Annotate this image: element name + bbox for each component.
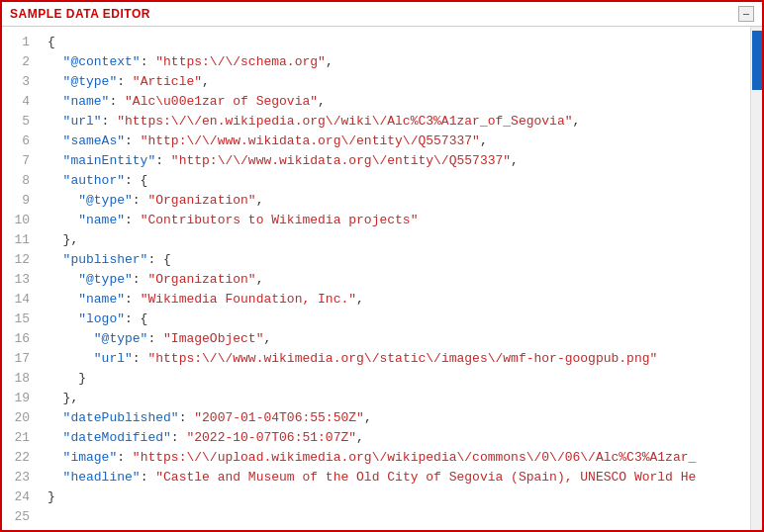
line-number: 13 [2,270,34,290]
line-number: 24 [2,488,34,507]
code-line: "dateModified": "2022-10-07T06:51:07Z", [48,428,750,448]
code-line: }, [48,230,750,250]
line-number: 9 [2,191,34,211]
code-line: { [48,33,750,52]
title-bar: SAMPLE DATA EDITOR — [2,2,762,27]
code-line: "publisher": { [48,250,750,270]
code-line: "datePublished": "2007-01-04T06:55:50Z", [48,408,750,428]
line-number: 6 [2,132,34,151]
code-line: "logo": { [48,310,750,329]
scrollbar[interactable] [750,27,762,530]
editor-area[interactable]: 1234567891011121314151617181920212223242… [2,27,762,530]
line-number: 16 [2,329,34,349]
sample-data-editor-window: SAMPLE DATA EDITOR — 1234567891011121314… [0,0,764,532]
line-number: 12 [2,250,34,270]
code-line: }, [48,389,750,408]
code-line: "url": "https:\/\/en.wikipedia.org\/wiki… [48,112,750,132]
code-line: "@type": "Article", [48,72,750,92]
line-number: 11 [2,230,34,250]
code-line: } [48,369,750,389]
line-numbers: 1234567891011121314151617181920212223242… [2,27,42,530]
line-number: 10 [2,211,34,230]
code-line: "@type": "Organization", [48,191,750,211]
line-number: 21 [2,428,34,448]
line-number: 8 [2,171,34,191]
line-number: 25 [2,507,34,527]
line-number: 3 [2,72,34,92]
line-number: 1 [2,33,34,52]
scrollbar-thumb[interactable] [752,31,762,90]
minimize-button[interactable]: — [738,6,754,22]
line-number: 17 [2,349,34,369]
window-title: SAMPLE DATA EDITOR [10,7,150,21]
code-line: "author": { [48,171,750,191]
code-line: "name": "Contributors to Wikimedia proje… [48,211,750,230]
line-number: 14 [2,290,34,310]
code-line [48,507,750,527]
code-line: "headline": "Castle and Museum of the Ol… [48,468,750,488]
line-number: 4 [2,92,34,112]
code-line: "mainEntity": "http:\/\/www.wikidata.org… [48,151,750,171]
code-line: "@context": "https:\/\/schema.org", [48,52,750,72]
line-number: 15 [2,310,34,329]
line-number: 23 [2,468,34,488]
line-number: 22 [2,448,34,468]
code-content[interactable]: { "@context": "https:\/\/schema.org", "@… [42,27,750,530]
line-number: 5 [2,112,34,132]
line-number: 20 [2,408,34,428]
code-line: "name": "Alc\u00e1zar of Segovia", [48,92,750,112]
code-line: "image": "https:\/\/upload.wikimedia.org… [48,448,750,468]
line-number: 2 [2,52,34,72]
code-line: "@type": "ImageObject", [48,329,750,349]
line-number: 7 [2,151,34,171]
code-line: "@type": "Organization", [48,270,750,290]
line-number: 19 [2,389,34,408]
code-line: "url": "https:\/\/www.wikimedia.org\/sta… [48,349,750,369]
code-line: "sameAs": "http:\/\/www.wikidata.org\/en… [48,132,750,151]
line-number: 18 [2,369,34,389]
code-line: } [48,488,750,507]
code-line: "name": "Wikimedia Foundation, Inc.", [48,290,750,310]
